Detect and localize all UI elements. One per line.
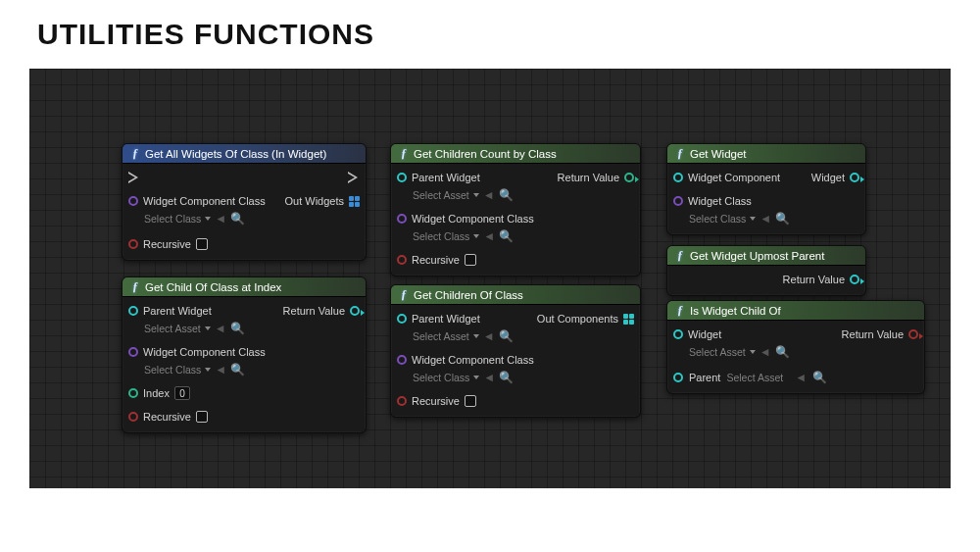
widget-out-pin[interactable]: Widget <box>811 170 859 185</box>
node-body: Parent Widget Select Asset ◄ 🔍 Return Va… <box>391 164 640 276</box>
return-value-pin[interactable]: Return Value <box>283 303 360 319</box>
arrow-left-icon: ◄ <box>760 346 771 358</box>
pin-icon <box>397 396 407 406</box>
pin-icon <box>397 173 407 182</box>
class-selector[interactable]: Select Class ◄ 🔍 <box>413 370 534 385</box>
asset-selector[interactable]: Select Asset ◄ 🔍 <box>689 344 790 360</box>
arrow-left-icon: ◄ <box>795 371 807 384</box>
caret-down-icon <box>205 368 211 372</box>
node-title: Get Widget <box>690 148 747 160</box>
class-selector[interactable]: Select Class ◄ 🔍 <box>144 211 266 226</box>
node-get-widget[interactable]: ƒ Get Widget Widget Component Widget Wid <box>666 143 866 235</box>
out-widgets-pin[interactable]: Out Widgets <box>284 193 360 209</box>
node-get-all-widgets-of-class[interactable]: ƒ Get All Widgets Of Class (In Widget) W… <box>122 143 367 261</box>
caret-down-icon <box>473 334 479 338</box>
caret-down-icon <box>750 350 756 354</box>
node-title: Get All Widgets Of Class (In Widget) <box>145 148 326 160</box>
pin-icon <box>128 239 138 249</box>
widget-component-pin[interactable]: Widget Component <box>673 170 780 185</box>
node-title: Is Widget Child Of <box>690 305 781 317</box>
node-header[interactable]: ƒ Get Children Of Class <box>391 285 640 305</box>
node-title: Get Child Of Class at Index <box>145 281 281 293</box>
recursive-checkbox[interactable] <box>196 238 208 250</box>
array-pin-icon <box>623 314 634 325</box>
node-header[interactable]: ƒ Get Child Of Class at Index <box>122 277 366 297</box>
return-value-pin[interactable]: Return Value <box>783 272 859 287</box>
recursive-checkbox[interactable] <box>465 254 476 266</box>
asset-selector[interactable]: Select Asset ◄ 🔍 <box>413 187 514 203</box>
return-value-pin[interactable]: Return Value <box>842 326 918 342</box>
exec-in-pin[interactable] <box>128 170 140 185</box>
arrow-left-icon: ◄ <box>215 364 226 376</box>
node-header[interactable]: ƒ Get Widget <box>667 144 865 164</box>
recursive-pin[interactable]: Recursive <box>128 236 208 252</box>
caret-down-icon <box>205 217 211 221</box>
caret-down-icon <box>473 376 479 379</box>
index-input[interactable]: 0 <box>174 386 190 400</box>
node-body: Return Value <box>667 266 865 295</box>
recursive-checkbox[interactable] <box>196 411 208 423</box>
function-icon: ƒ <box>130 279 140 294</box>
node-get-child-of-class-at-index[interactable]: ƒ Get Child Of Class at Index Parent Wid… <box>122 276 367 433</box>
recursive-pin[interactable]: Recursive <box>397 252 476 268</box>
arrow-left-icon: ◄ <box>760 213 771 225</box>
node-body: Parent Widget Select Asset ◄ 🔍 Return Va… <box>122 297 366 432</box>
widget-component-class-pin[interactable]: Widget Component Class <box>128 344 266 360</box>
widget-component-class-pin[interactable]: Widget Component Class <box>397 352 534 368</box>
pin-icon <box>397 355 407 365</box>
parent-widget-pin[interactable]: Parent Widget <box>128 303 245 319</box>
search-icon: 🔍 <box>499 189 514 201</box>
pin-icon <box>850 173 859 182</box>
node-title: Get Children Of Class <box>414 289 523 301</box>
search-icon: 🔍 <box>812 371 827 384</box>
widget-component-class-pin[interactable]: Widget Component Class <box>128 193 266 209</box>
node-header[interactable]: ƒ Get All Widgets Of Class (In Widget) <box>122 144 366 164</box>
node-is-widget-child-of[interactable]: ƒ Is Widget Child Of Widget Select Asset… <box>666 300 925 394</box>
blueprint-canvas[interactable]: ƒ Get All Widgets Of Class (In Widget) W… <box>29 69 951 488</box>
node-get-children-of-class[interactable]: ƒ Get Children Of Class Parent Widget Se… <box>390 284 641 418</box>
widget-pin[interactable]: Widget <box>673 326 790 342</box>
pin-icon <box>673 329 683 339</box>
search-icon: 🔍 <box>230 364 245 376</box>
parent-pin[interactable]: Parent Select Asset ◄ 🔍 <box>673 370 827 385</box>
arrow-left-icon: ◄ <box>215 323 226 334</box>
array-pin-icon <box>349 196 360 207</box>
asset-selector[interactable]: Select Asset ◄ 🔍 <box>413 328 514 344</box>
node-body: Widget Component Class Select Class ◄ 🔍 … <box>122 164 366 260</box>
class-selector[interactable]: Select Class ◄ 🔍 <box>144 362 266 377</box>
search-icon: 🔍 <box>230 213 245 225</box>
function-icon: ƒ <box>399 146 409 161</box>
asset-selector[interactable]: Select Asset ◄ 🔍 <box>144 321 245 336</box>
recursive-checkbox[interactable] <box>465 395 476 407</box>
search-icon: 🔍 <box>775 213 790 225</box>
recursive-pin[interactable]: Recursive <box>397 393 476 409</box>
pin-icon <box>908 329 918 339</box>
arrow-left-icon: ◄ <box>483 330 495 342</box>
widget-class-pin[interactable]: Widget Class <box>673 193 790 209</box>
pin-icon <box>128 388 138 398</box>
function-icon: ƒ <box>130 146 140 161</box>
index-pin[interactable]: Index 0 <box>128 385 190 401</box>
pin-icon <box>397 255 407 265</box>
exec-out-pin[interactable] <box>348 170 360 185</box>
class-selector[interactable]: Select Class ◄ 🔍 <box>413 228 534 244</box>
pin-icon <box>673 173 683 182</box>
node-header[interactable]: ƒ Is Widget Child Of <box>667 301 924 321</box>
node-get-widget-upmost-parent[interactable]: ƒ Get Widget Upmost Parent Return Value <box>666 245 866 296</box>
parent-widget-pin[interactable]: Parent Widget <box>397 311 514 326</box>
out-components-pin[interactable]: Out Components <box>537 311 634 326</box>
class-selector[interactable]: Select Class ◄ 🔍 <box>689 211 790 226</box>
recursive-pin[interactable]: Recursive <box>128 409 208 425</box>
pin-icon <box>128 347 138 357</box>
node-header[interactable]: ƒ Get Children Count by Class <box>391 144 640 164</box>
function-icon: ƒ <box>675 303 685 318</box>
arrow-left-icon: ◄ <box>483 230 495 242</box>
caret-down-icon <box>473 193 479 197</box>
node-get-children-count-by-class[interactable]: ƒ Get Children Count by Class Parent Wid… <box>390 143 641 276</box>
parent-widget-pin[interactable]: Parent Widget <box>397 170 514 185</box>
arrow-left-icon: ◄ <box>483 372 495 383</box>
return-value-pin[interactable]: Return Value <box>558 170 634 185</box>
function-icon: ƒ <box>675 146 685 161</box>
node-header[interactable]: ƒ Get Widget Upmost Parent <box>667 246 865 266</box>
widget-component-class-pin[interactable]: Widget Component Class <box>397 211 534 226</box>
